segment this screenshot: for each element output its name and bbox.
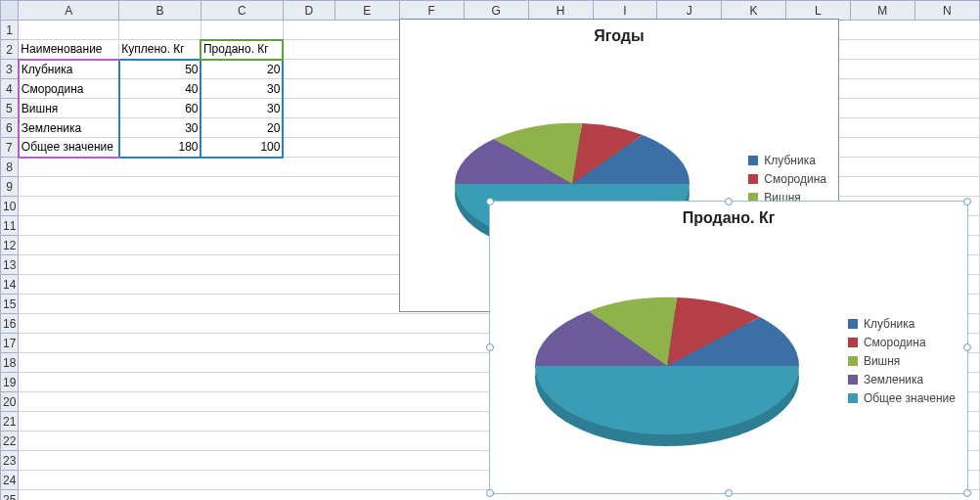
cell-C5[interactable]: 30 xyxy=(200,99,283,118)
col-header-E[interactable]: E xyxy=(334,1,399,21)
legend-swatch xyxy=(748,174,758,184)
legend-swatch xyxy=(848,338,858,347)
cell-A3[interactable]: Клубника xyxy=(19,60,119,79)
col-header-C[interactable]: C xyxy=(200,1,283,21)
chart-title: Ягоды xyxy=(400,20,838,53)
legend-label: Смородина xyxy=(864,336,926,349)
row-header-21[interactable]: 21 xyxy=(1,412,19,432)
cell-A5[interactable]: Вишня xyxy=(19,99,119,118)
row-header-17[interactable]: 17 xyxy=(1,334,19,353)
row-header-19[interactable]: 19 xyxy=(1,373,19,392)
cell-A1[interactable] xyxy=(19,21,119,40)
row-header-24[interactable]: 24 xyxy=(1,471,19,490)
legend-label: Смородина xyxy=(764,172,826,186)
col-header-K[interactable]: K xyxy=(722,1,786,21)
row-header-9[interactable]: 9 xyxy=(1,177,19,197)
cell-B5[interactable]: 60 xyxy=(119,99,201,118)
col-header-H[interactable]: H xyxy=(528,1,593,21)
cell-C3[interactable]: 20 xyxy=(200,60,283,79)
cell-B1[interactable] xyxy=(119,21,201,40)
resize-handle[interactable] xyxy=(725,198,733,205)
row-header-13[interactable]: 13 xyxy=(1,255,19,275)
col-header-I[interactable]: I xyxy=(593,1,657,21)
select-all-corner[interactable] xyxy=(1,1,19,21)
col-header-D[interactable]: D xyxy=(283,1,334,21)
col-header-L[interactable]: L xyxy=(785,1,850,21)
cell-C7[interactable]: 100 xyxy=(200,138,283,158)
row-header-22[interactable]: 22 xyxy=(1,432,19,451)
row-header-15[interactable]: 15 xyxy=(1,295,19,314)
row-header-10[interactable]: 10 xyxy=(1,197,19,216)
row-header-3[interactable]: 3 xyxy=(1,60,19,79)
resize-handle[interactable] xyxy=(963,343,971,351)
col-header-F[interactable]: F xyxy=(399,1,464,21)
cell-B3[interactable]: 50 xyxy=(119,60,201,79)
legend-label: Земленика xyxy=(864,373,923,386)
cell-B2[interactable]: Куплено. Кг xyxy=(119,40,201,60)
cell-A2[interactable]: Наименование xyxy=(19,40,119,60)
chart-berries-sold[interactable]: Продано. Кг Клубника xyxy=(489,201,968,494)
legend-label: Клубника xyxy=(764,154,816,167)
col-header-M[interactable]: M xyxy=(850,1,914,21)
cell-B7[interactable]: 180 xyxy=(119,138,201,158)
row-header-6[interactable]: 6 xyxy=(1,118,19,138)
row-header-18[interactable]: 18 xyxy=(1,353,19,373)
chart-title: Продано. Кг xyxy=(490,202,967,235)
row-header-11[interactable]: 11 xyxy=(1,216,19,236)
col-header-G[interactable]: G xyxy=(464,1,528,21)
legend-swatch xyxy=(748,156,758,165)
row-header-25[interactable]: 25 xyxy=(1,490,19,501)
row-header-20[interactable]: 20 xyxy=(1,392,19,412)
cell-C1[interactable] xyxy=(200,21,283,40)
row-header-14[interactable]: 14 xyxy=(1,275,19,295)
cell-A4[interactable]: Смородина xyxy=(19,79,119,99)
row-header-8[interactable]: 8 xyxy=(1,158,19,177)
legend-swatch xyxy=(848,393,858,403)
row-header-12[interactable]: 12 xyxy=(1,236,19,255)
cell-C6[interactable]: 20 xyxy=(200,118,283,138)
cell-C2[interactable]: Продано. Кг xyxy=(200,40,283,60)
resize-handle[interactable] xyxy=(963,198,971,205)
pie-chart-2 xyxy=(490,244,844,478)
resize-handle[interactable] xyxy=(486,489,494,497)
cell-C4[interactable]: 30 xyxy=(200,79,283,99)
legend-swatch xyxy=(848,356,858,366)
cell-A6[interactable]: Земленика xyxy=(19,118,119,138)
cell-B4[interactable]: 40 xyxy=(119,79,201,99)
cell-B6[interactable]: 30 xyxy=(119,118,201,138)
col-header-N[interactable]: N xyxy=(914,1,979,21)
chart-legend-2: Клубника Смородина Вишня Земленика Общее… xyxy=(844,308,967,414)
legend-label: Вишня xyxy=(864,354,900,368)
row-header-7[interactable]: 7 xyxy=(1,138,19,158)
col-header-A[interactable]: A xyxy=(19,1,119,21)
row-header-16[interactable]: 16 xyxy=(1,314,19,334)
cell-A7[interactable]: Общее значение xyxy=(19,138,119,158)
resize-handle[interactable] xyxy=(725,489,733,497)
row-header-23[interactable]: 23 xyxy=(1,451,19,471)
legend-swatch xyxy=(848,375,858,385)
col-header-B[interactable]: B xyxy=(119,1,201,21)
resize-handle[interactable] xyxy=(486,198,494,205)
col-header-J[interactable]: J xyxy=(657,1,722,21)
legend-label: Общее значение xyxy=(864,391,956,405)
row-header-2[interactable]: 2 xyxy=(1,40,19,60)
resize-handle[interactable] xyxy=(963,489,971,497)
legend-swatch xyxy=(848,319,858,329)
row-header-4[interactable]: 4 xyxy=(1,79,19,99)
legend-label: Клубника xyxy=(864,317,915,331)
row-header-1[interactable]: 1 xyxy=(1,21,19,40)
row-header-5[interactable]: 5 xyxy=(1,99,19,118)
